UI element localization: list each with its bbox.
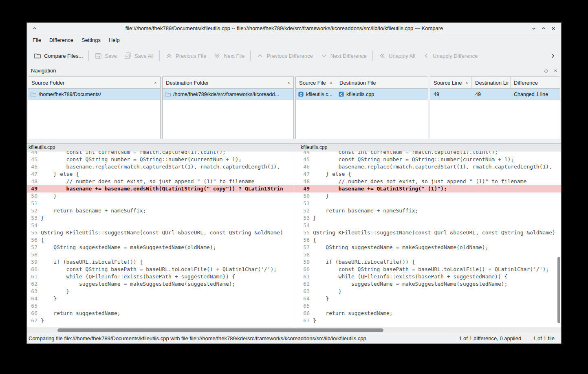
code-line: 47 } else { <box>27 171 294 178</box>
code-line: 63 } <box>294 288 561 295</box>
line-number: 58 <box>27 251 41 258</box>
source-folder-row[interactable]: /home/fhek789/Documents/ <box>28 89 160 100</box>
line-number: 45 <box>27 156 41 163</box>
previous-file-button[interactable]: Previous File <box>162 49 210 62</box>
chevron-double-down-icon <box>214 52 221 59</box>
code-line: 60 const QString basePath = baseURL.toLo… <box>27 266 294 273</box>
close-panel-button[interactable]: × <box>554 68 557 74</box>
destination-folder-column-header[interactable]: Destination Folder ∧ <box>163 77 293 88</box>
code-line: 47 } else { <box>294 171 561 178</box>
save-label: Save <box>105 53 117 59</box>
destination-folder-row[interactable]: /home/fhek789/kde/src/frameworks/kcoread… <box>163 89 293 100</box>
chevron-down-icon <box>531 26 536 31</box>
line-number: 61 <box>294 273 313 280</box>
code-line: 66 return suggestedName; <box>27 310 294 317</box>
header-label: Destination Folder <box>166 80 209 86</box>
destination-pane-title: kfileutils.cpp <box>294 144 561 151</box>
source-diff-pane[interactable]: 44 const int currentNum = rmatch.capture… <box>27 151 294 327</box>
titlebar[interactable]: file:///home/fhek789/Documents/kfileutil… <box>27 23 561 34</box>
window-title: file:///home/fhek789/Documents/kfileutil… <box>41 25 528 31</box>
compare-files-button[interactable]: Compare Files... <box>30 49 86 62</box>
line-number: 58 <box>294 251 313 258</box>
menu-item-file[interactable]: File <box>29 34 45 46</box>
save-all-icon <box>124 52 132 59</box>
status-message: Comparing file file:///home/fhek789/Docu… <box>28 335 366 341</box>
toolbar-separator <box>250 50 251 61</box>
source-line-column-header[interactable]: Source Line ∧ <box>430 77 472 88</box>
diff-changed-line[interactable]: 49 basename += basename.endsWith(QLatin1… <box>27 185 294 192</box>
chevron-double-up-icon <box>165 52 173 59</box>
close-icon <box>551 26 556 31</box>
code-text: { <box>313 236 316 244</box>
files-list: C kfileutils.c... C kfileutils.cpp <box>296 89 428 139</box>
code-text: } <box>313 317 316 324</box>
code-text: const QString number = QString::number(c… <box>313 156 514 163</box>
code-line: 57 QString suggestedName = makeSuggested… <box>27 244 294 251</box>
float-panel-button[interactable]: ◇ <box>544 68 548 74</box>
menu-item-help[interactable]: Help <box>105 34 124 46</box>
destination-folder-list: /home/fhek789/kde/src/frameworks/kcoread… <box>163 89 293 139</box>
line-number: 48 <box>294 178 313 185</box>
code-line: 54 <box>294 222 561 229</box>
vertical-scrollbar-thumb[interactable] <box>557 257 560 324</box>
save-button[interactable]: Save <box>91 49 121 62</box>
toolbar-separator <box>88 50 89 61</box>
line-number: 46 <box>294 163 313 171</box>
code-line: 53} <box>294 214 561 222</box>
destination-line-number: 49 <box>475 92 481 97</box>
menu-item-difference[interactable]: Difference <box>45 34 77 46</box>
files-row[interactable]: C kfileutils.c... C kfileutils.cpp <box>296 89 428 100</box>
close-button[interactable] <box>550 25 557 32</box>
vertical-scrollbar[interactable] <box>556 151 561 327</box>
line-number: 49 <box>294 185 313 192</box>
next-file-button[interactable]: Next File <box>210 49 248 62</box>
line-number: 52 <box>294 207 313 214</box>
save-all-button[interactable]: Save All <box>121 49 157 62</box>
chevron-double-left-icon <box>379 52 386 59</box>
line-number: 53 <box>294 214 313 222</box>
line-number: 54 <box>27 222 41 229</box>
destination-diff-pane[interactable]: 44 const int currentNum = rmatch.capture… <box>294 151 561 327</box>
code-text: } else { <box>313 171 351 178</box>
diff-code-area: 44 const int currentNum = rmatch.capture… <box>27 151 561 327</box>
menu-item-settings[interactable]: Settings <box>77 34 105 46</box>
code-text: return suggestedName; <box>41 310 121 317</box>
svg-text:C: C <box>340 92 342 96</box>
minimize-button[interactable] <box>530 25 537 32</box>
next-difference-button[interactable]: Next Difference <box>317 49 370 62</box>
previous-difference-button[interactable]: Previous Difference <box>253 49 316 62</box>
maximize-button[interactable] <box>540 25 547 32</box>
code-text: } <box>41 214 44 222</box>
line-number: 59 <box>294 258 313 266</box>
horizontal-scrollbar[interactable] <box>27 327 561 333</box>
code-text: } <box>41 295 57 302</box>
diff-changed-line[interactable]: 49 basename += QLatin1String(" (1)"); <box>294 185 561 192</box>
horizontal-scrollbar-thumb[interactable] <box>57 328 383 332</box>
code-line: 62 suggestedName = makeSuggestedName(sug… <box>294 280 561 288</box>
chevron-right-icon <box>550 52 556 59</box>
header-label: Source Line <box>434 80 462 86</box>
toolbar-overflow-button[interactable] <box>546 51 558 61</box>
code-line: 52 return basename + nameSuffix; <box>27 207 294 214</box>
shade-button[interactable] <box>31 25 38 32</box>
next-difference-label: Next Difference <box>330 53 367 59</box>
unapply-difference-button[interactable]: Unapply Difference <box>419 49 481 62</box>
folder-icon <box>30 91 37 98</box>
chevron-up-icon <box>32 26 37 31</box>
unapply-all-button[interactable]: Unapply All <box>375 49 419 62</box>
line-number: 55 <box>294 229 313 236</box>
destination-file-column-header[interactable]: Destination File <box>336 77 428 88</box>
source-folder-column-header[interactable]: Source Folder ∧ <box>28 77 160 88</box>
difference-column-header[interactable]: Difference <box>511 77 560 88</box>
code-text: } <box>313 214 316 222</box>
lines-row[interactable]: 49 49 Changed 1 line <box>430 89 560 100</box>
code-text: } <box>41 288 69 295</box>
unapply-all-label: Unapply All <box>389 53 415 59</box>
code-line: 52 return basename + nameSuffix; <box>294 207 561 214</box>
source-file-name: kfileutils.c... <box>306 92 333 97</box>
source-file-column-header[interactable]: Source File ∧ <box>296 77 336 88</box>
file-status: 1 of 1 file <box>527 335 560 342</box>
code-text: const QString basePath = baseURL.toLocal… <box>41 266 277 273</box>
line-number: 67 <box>27 317 41 324</box>
destination-line-column-header[interactable]: Destination Lir <box>472 77 511 88</box>
